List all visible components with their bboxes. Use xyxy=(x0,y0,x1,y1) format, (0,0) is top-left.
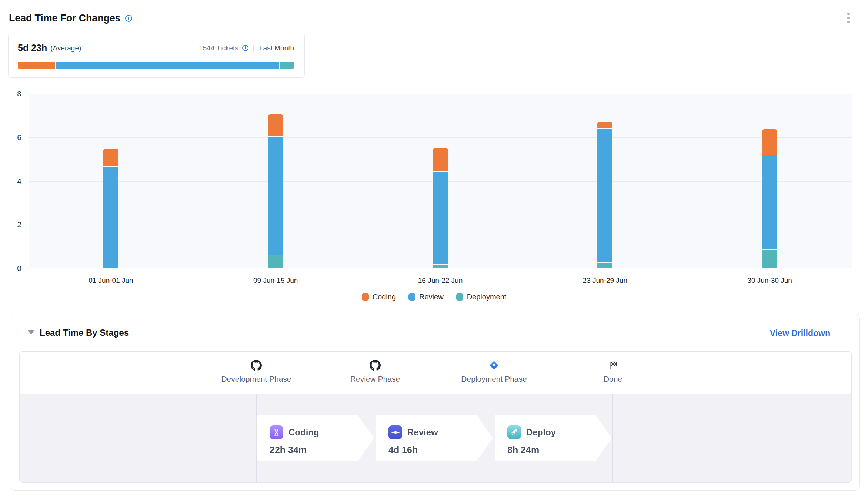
stage-name: Review xyxy=(407,427,438,438)
hourglass-icon xyxy=(270,425,283,439)
bar-group-01-jun-01-jun[interactable] xyxy=(103,149,118,268)
github-icon xyxy=(251,358,262,373)
collapse-icon[interactable] xyxy=(28,330,34,335)
legend-label: Deployment xyxy=(467,293,507,301)
distribution-segment-review xyxy=(56,62,279,69)
period-label: Last Month xyxy=(259,44,294,52)
bar-segment-review-23-jun-29-jun[interactable] xyxy=(597,129,612,262)
x-axis-label-23-jun-29-jun: 23 Jun-29 Jun xyxy=(561,276,650,285)
phase-divider xyxy=(256,394,257,482)
bar-segment-review-30-jun-30-jun[interactable] xyxy=(762,155,777,249)
bar-segment-coding-09-jun-15-jun[interactable] xyxy=(268,114,283,136)
y-axis-tick-8: 8 xyxy=(0,89,21,98)
bar-group-09-jun-15-jun[interactable] xyxy=(268,114,283,268)
phase-column-review-phase: Review Phase xyxy=(320,358,431,384)
x-axis-label-09-jun-15-jun: 09 Jun-15 Jun xyxy=(231,276,320,285)
bar-segment-coding-01-jun-01-jun[interactable] xyxy=(103,149,118,166)
y-axis-tick-2: 2 xyxy=(0,220,21,229)
tickets-count: 1544 Tickets xyxy=(199,44,238,52)
bar-segment-review-01-jun-01-jun[interactable] xyxy=(103,167,118,268)
legend-item-review[interactable]: Review xyxy=(408,293,444,301)
stages-panel: Development PhaseReview PhaseDeployment … xyxy=(19,351,852,483)
legend-swatch-review xyxy=(408,293,415,301)
info-icon[interactable]: i xyxy=(125,15,132,22)
y-axis-tick-4: 4 xyxy=(0,177,21,186)
distribution-segment-deployment xyxy=(280,62,294,69)
phase-label: Done xyxy=(604,375,622,384)
lead-time-for-changes-widget: Lead Time For Changes i 5d 23h (Average)… xyxy=(0,0,868,501)
bar-segment-coding-16-jun-22-jun[interactable] xyxy=(433,148,448,171)
bar-segment-review-09-jun-15-jun[interactable] xyxy=(268,137,283,255)
view-drilldown-link[interactable]: View Drilldown xyxy=(770,328,830,338)
phase-label: Deployment Phase xyxy=(461,375,527,384)
x-axis-label-30-jun-30-jun: 30 Jun-30 Jun xyxy=(725,276,814,285)
bar-group-30-jun-30-jun[interactable] xyxy=(762,129,777,268)
average-label: (Average) xyxy=(50,44,81,52)
commit-icon xyxy=(388,425,402,439)
bar-group-23-jun-29-jun[interactable] xyxy=(597,122,612,269)
phase-divider xyxy=(375,394,375,482)
bar-segment-coding-23-jun-29-jun[interactable] xyxy=(597,122,612,129)
phase-divider xyxy=(612,394,613,482)
legend-swatch-coding xyxy=(362,293,369,301)
bar-segment-deployment-23-jun-29-jun[interactable] xyxy=(597,263,612,268)
legend-label: Review xyxy=(419,293,444,301)
stage-name: Coding xyxy=(288,427,319,438)
stage-duration: 4d 16h xyxy=(388,445,418,455)
bar-segment-coding-30-jun-30-jun[interactable] xyxy=(762,129,777,155)
phase-column-deployment-phase: Deployment Phase xyxy=(438,358,550,384)
phase-column-development-phase: Development Phase xyxy=(201,358,312,384)
bar-group-16-jun-22-jun[interactable] xyxy=(433,148,448,268)
average-lead-time-value: 5d 23h xyxy=(18,43,47,53)
tickets-info-icon[interactable]: i xyxy=(242,45,248,51)
rocket-icon xyxy=(507,425,521,439)
page-title: Lead Time For Changes xyxy=(9,13,120,24)
stage-name: Deploy xyxy=(526,427,556,438)
chart-legend: CodingReviewDeployment xyxy=(0,293,868,301)
legend-label: Coding xyxy=(373,293,396,301)
stage-duration: 8h 24m xyxy=(507,445,539,455)
bar-segment-review-16-jun-22-jun[interactable] xyxy=(433,172,448,264)
legend-item-coding[interactable]: Coding xyxy=(362,293,396,301)
y-axis-tick-6: 6 xyxy=(0,133,21,142)
bar-segment-deployment-16-jun-22-jun[interactable] xyxy=(433,265,448,268)
legend-item-deployment[interactable]: Deployment xyxy=(456,293,507,301)
phase-label: Development Phase xyxy=(221,375,291,384)
chart-plot-area xyxy=(29,94,852,268)
checkered-flag-icon xyxy=(608,358,618,373)
phase-label: Review Phase xyxy=(350,375,400,384)
lead-time-distribution-bar xyxy=(18,62,294,69)
x-axis-label-01-jun-01-jun: 01 Jun-01 Jun xyxy=(66,276,155,285)
phase-divider xyxy=(494,394,494,482)
distribution-segment-coding xyxy=(18,62,55,69)
stages-section-title: Lead Time By Stages xyxy=(40,328,129,338)
gridline-8 xyxy=(29,94,852,94)
bar-segment-deployment-30-jun-30-jun[interactable] xyxy=(762,250,777,268)
phase-column-done: Done xyxy=(557,358,668,384)
stage-duration: 22h 34m xyxy=(270,445,307,455)
legend-swatch-deployment xyxy=(456,293,463,301)
separator: | xyxy=(253,44,255,52)
bar-segment-deployment-09-jun-15-jun[interactable] xyxy=(268,255,283,268)
stage-chip-deploy[interactable]: Deploy8h 24m xyxy=(495,415,612,461)
widget-header: Lead Time For Changes i xyxy=(0,0,868,30)
x-axis-label-16-jun-22-jun: 16 Jun-22 Jun xyxy=(396,276,485,285)
gridline-6 xyxy=(29,137,852,138)
stage-chip-coding[interactable]: Coding22h 34m xyxy=(257,415,374,461)
jira-diamond-icon xyxy=(488,358,500,373)
summary-card: 5d 23h (Average) 1544 Tickets i | Last M… xyxy=(8,33,305,78)
kebab-menu-icon[interactable] xyxy=(847,12,851,24)
y-axis-tick-0: 0 xyxy=(0,264,21,273)
lead-time-chart: 0246801 Jun-01 Jun09 Jun-15 Jun16 Jun-22… xyxy=(0,94,868,316)
stage-chip-review[interactable]: Review4d 16h xyxy=(376,415,493,461)
github-icon xyxy=(370,358,381,373)
